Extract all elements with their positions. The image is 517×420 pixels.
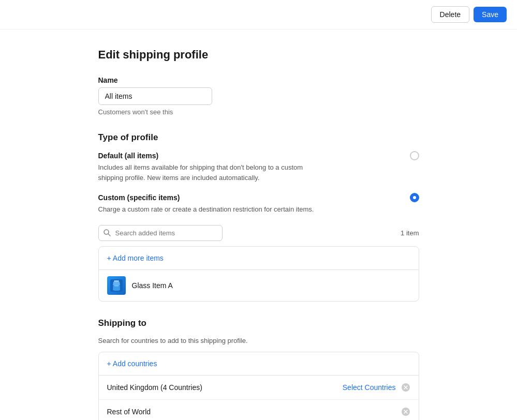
country-right-uk: Select Countries [343, 383, 410, 392]
search-wrapper [98, 225, 223, 241]
item-thumbnail [107, 276, 126, 295]
country-row-uk: United Kingdom (4 Countries) Select Coun… [99, 376, 419, 400]
save-button[interactable]: Save [474, 7, 507, 22]
select-countries-link-uk[interactable]: Select Countries [343, 383, 396, 392]
country-right-row [401, 407, 410, 416]
svg-rect-3 [114, 280, 119, 282]
svg-rect-4 [114, 286, 119, 287]
delete-button[interactable]: Delete [431, 6, 469, 23]
radio-custom[interactable] [410, 193, 419, 202]
item-thumb-inner [107, 276, 126, 295]
page-title: Edit shipping profile [98, 48, 419, 62]
top-bar: Delete Save [0, 0, 517, 29]
name-section: Name Customers won't see this [98, 76, 419, 116]
item-count: 1 item [401, 229, 419, 237]
item-name: Glass Item A [132, 281, 173, 290]
items-search-row: 1 item [98, 225, 419, 241]
shipping-hint: Search for countries to add to this ship… [98, 337, 419, 344]
country-name-row: Rest of World [107, 408, 151, 416]
remove-country-row-button[interactable] [401, 407, 410, 416]
item-row: Glass Item A [99, 270, 419, 301]
remove-country-uk-button[interactable] [401, 383, 410, 392]
add-countries-button[interactable]: + Add countries [107, 359, 157, 368]
add-more-items-button[interactable]: + Add more items [107, 254, 164, 262]
country-row-row: Rest of World [99, 400, 419, 421]
shipping-to-title: Shipping to [98, 318, 419, 328]
glass-item-icon [109, 278, 124, 293]
type-section-title: Type of profile [98, 132, 419, 143]
add-countries-row: + Add countries [99, 352, 419, 376]
close-circle-icon [401, 383, 410, 392]
page-content: Edit shipping profile Name Customers won… [88, 29, 430, 420]
profile-type-custom: Custom (specific items) Charge a custom … [98, 193, 419, 215]
items-box: + Add more items Glass Item A [98, 246, 419, 302]
search-items-input[interactable] [98, 225, 223, 241]
profile-type-default: Default (all items) Includes all items a… [98, 151, 419, 183]
close-circle-icon-row [401, 407, 410, 416]
profile-type-custom-label: Custom (specific items) [98, 193, 180, 202]
countries-box: + Add countries United Kingdom (4 Countr… [98, 352, 419, 421]
profile-type-custom-desc: Charge a custom rate or create a destina… [98, 204, 321, 215]
profile-type-default-desc: Includes all items available for shippin… [98, 162, 321, 183]
country-name-uk: United Kingdom (4 Countries) [107, 383, 202, 392]
shipping-to-section: Shipping to Search for countries to add … [98, 318, 419, 421]
name-input[interactable] [98, 87, 212, 105]
name-label: Name [98, 76, 419, 84]
profile-type-default-label: Default (all items) [98, 152, 159, 160]
radio-default[interactable] [410, 151, 419, 160]
name-hint: Customers won't see this [98, 108, 419, 116]
type-of-profile-section: Type of profile Default (all items) Incl… [98, 132, 419, 302]
add-more-row: + Add more items [99, 247, 419, 270]
